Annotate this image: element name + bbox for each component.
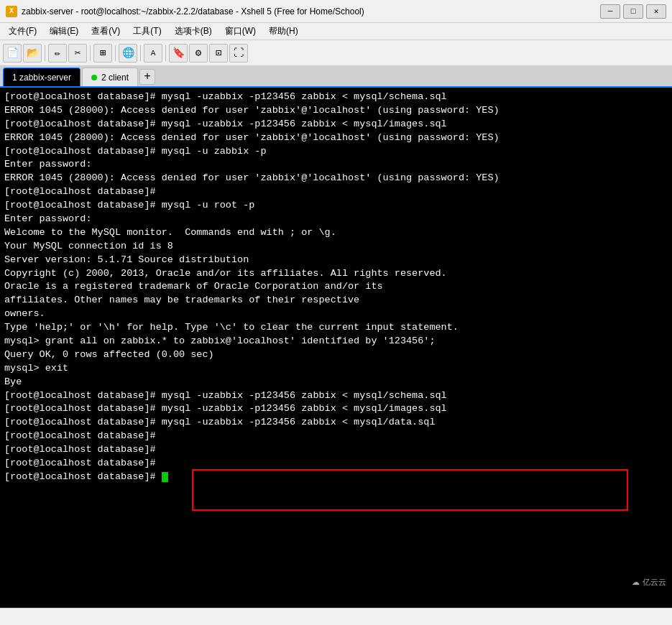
menu-file[interactable]: 文件(F) (3, 24, 42, 39)
terminal[interactable]: [root@localhost database]# mysql -uzabbi… (0, 88, 672, 608)
terminal-line: Welcome to the MySQL monitor. Commands e… (4, 226, 668, 240)
terminal-line: mysql> grant all on zabbix.* to zabbix@'… (4, 335, 668, 348)
terminal-line: Enter password: (4, 158, 668, 172)
toolbar-separator-4 (140, 45, 141, 61)
terminal-line: Copyright (c) 2000, 2013, Oracle and/or … (4, 267, 668, 281)
terminal-line: [root@localhost database]# mysql -u zabb… (4, 145, 668, 159)
tab-2-label: 2 client (101, 73, 129, 83)
bookmark-button[interactable]: 🔖 (169, 44, 188, 62)
menu-bar: 文件(F) 编辑(E) 查看(V) 工具(T) 选项卡(B) 窗口(W) 帮助(… (0, 23, 672, 40)
terminal-line: Oracle is a registered trademark of Orac… (4, 280, 668, 294)
globe-button[interactable]: 🌐 (119, 44, 137, 62)
terminal-line: [root@localhost database]# (4, 430, 668, 443)
menu-edit[interactable]: 编辑(E) (44, 24, 84, 39)
terminal-line: affiliates. Other names may be trademark… (4, 294, 668, 307)
terminal-line: mysql> exit (4, 362, 668, 376)
toolbar-separator-2 (90, 45, 91, 61)
layout-button[interactable]: ⊡ (209, 44, 228, 62)
terminal-line: [root@localhost database]# mysql -uzabbi… (4, 118, 668, 131)
open-button[interactable]: 📂 (23, 44, 42, 62)
menu-window[interactable]: 窗口(W) (219, 24, 262, 39)
tab-zabbix-server[interactable]: 1 zabbix-server (3, 68, 80, 86)
status-bar (0, 608, 672, 625)
cut-button[interactable]: ✂ (68, 44, 87, 62)
maximize-button[interactable]: □ (623, 4, 643, 19)
terminal-line: Type 'help;' or '\h' for help. Type '\c'… (4, 321, 668, 335)
terminal-line: [root@localhost database]# (4, 443, 668, 457)
terminal-line: owners. (4, 307, 668, 321)
tab-bar: 1 zabbix-server 2 client + (0, 66, 672, 88)
terminal-line: Query OK, 0 rows affected (0.00 sec) (4, 348, 668, 362)
new-button[interactable]: 📄 (3, 44, 22, 62)
tab-2-dot (91, 75, 97, 80)
terminal-line: [root@localhost database]# mysql -uzabbi… (4, 402, 668, 416)
terminal-line: Your MySQL connection id is 8 (4, 240, 668, 254)
watermark-symbol: ☁ (632, 578, 640, 587)
close-button[interactable]: ✕ (646, 4, 666, 19)
menu-help[interactable]: 帮助(H) (263, 24, 304, 39)
terminal-line: [root@localhost database]# mysql -uzabbi… (4, 91, 668, 104)
terminal-line: [root@localhost database]# mysql -uzabbi… (4, 389, 668, 403)
font-button[interactable]: A (144, 44, 162, 62)
app-icon: X (6, 6, 17, 17)
tab-add-button[interactable]: + (139, 69, 155, 85)
terminal-line: Server version: 5.1.71 Source distributi… (4, 254, 668, 267)
toolbar: 📄 📂 ✏ ✂ ⊞ 🌐 A 🔖 ⚙ ⊡ ⛶ (0, 40, 672, 66)
fullscreen-button[interactable]: ⛶ (229, 44, 248, 62)
terminal-container[interactable]: [root@localhost database]# mysql -uzabbi… (0, 88, 672, 608)
terminal-line: ERROR 1045 (28000): Access denied for us… (4, 104, 668, 118)
terminal-line: [root@localhost database]# (4, 471, 668, 484)
menu-tools[interactable]: 工具(T) (127, 24, 167, 39)
toolbar-separator-1 (45, 45, 45, 61)
toolbar-separator-3 (115, 45, 116, 61)
terminal-line: [root@localhost database]# mysql -u root… (4, 199, 668, 213)
window-title: zabbix-server - root@localhost:~/zabbix-… (22, 6, 600, 17)
terminal-line: [root@localhost database]# (4, 457, 668, 471)
terminal-cursor (162, 472, 168, 482)
toolbar-separator-5 (165, 45, 166, 61)
tab-1-label: 1 zabbix-server (12, 73, 71, 83)
terminal-line: ERROR 1045 (28000): Access denied for us… (4, 172, 668, 185)
terminal-line: ERROR 1045 (28000): Access denied for us… (4, 131, 668, 145)
window-controls: ─ □ ✕ (600, 4, 666, 19)
minimize-button[interactable]: ─ (600, 4, 620, 19)
watermark: ☁ 亿云云 (632, 577, 666, 588)
copy-button[interactable]: ⊞ (93, 44, 112, 62)
watermark-text: 亿云云 (643, 577, 666, 588)
tab-client[interactable]: 2 client (82, 68, 138, 86)
terminal-line: Bye (4, 376, 668, 389)
terminal-line: [root@localhost database]# mysql -uzabbi… (4, 416, 668, 430)
menu-tabs[interactable]: 选项卡(B) (169, 24, 218, 39)
terminal-line: [root@localhost database]# (4, 185, 668, 199)
settings-button[interactable]: ⚙ (189, 44, 208, 62)
edit-button[interactable]: ✏ (48, 44, 67, 62)
terminal-line: Enter password: (4, 213, 668, 226)
title-bar: X zabbix-server - root@localhost:~/zabbi… (0, 0, 672, 23)
menu-view[interactable]: 查看(V) (86, 24, 126, 39)
